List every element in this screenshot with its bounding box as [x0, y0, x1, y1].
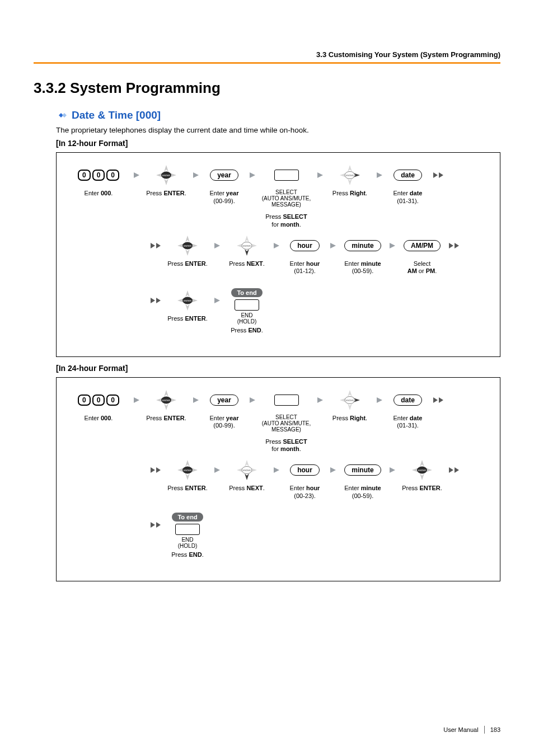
key-0: 0: [78, 170, 91, 181]
field-hour: hour: [290, 464, 320, 476]
caption-press-enter: Press ENTER.: [402, 485, 442, 492]
svg-marker-86: [390, 467, 395, 473]
svg-marker-1: [62, 113, 67, 118]
continue-icon: [444, 458, 463, 482]
caption-press-enter: Press ENTER.: [167, 485, 208, 492]
caption-press-select: Press SELECTfor month.: [265, 213, 307, 229]
svg-marker-10: [250, 172, 255, 178]
field-year: year: [210, 395, 238, 406]
field-ampm: AM/PM: [404, 240, 441, 251]
svg-marker-13: [348, 179, 352, 185]
continue-icon: [146, 288, 165, 313]
select-label: SELECT(AUTO ANS/MUTE,MESSAGE): [262, 189, 311, 208]
running-header: 3.3 Customising Your System (System Prog…: [34, 50, 500, 64]
caption-press-enter: Press ENTER.: [167, 260, 208, 268]
intro-text: The proprietary telephones display the c…: [56, 126, 500, 134]
key-0: 0: [92, 170, 105, 181]
diamond-icon: [56, 111, 68, 120]
field-date: date: [394, 170, 422, 181]
svg-marker-44: [185, 304, 190, 311]
svg-marker-9: [193, 172, 199, 178]
svg-marker-49: [214, 298, 220, 303]
key-0: 0: [106, 395, 119, 406]
svg-marker-71: [185, 460, 190, 467]
continue-icon: [146, 458, 165, 482]
svg-marker-67: [433, 397, 438, 403]
caption-enter-year: Enter year(00-99).: [210, 415, 239, 430]
svg-marker-78: [245, 460, 249, 467]
footer-manual: User Manual: [443, 726, 478, 733]
select-button-icon: [274, 395, 299, 406]
svg-text:ENTER: ENTER: [243, 245, 251, 247]
svg-marker-18: [377, 172, 382, 178]
svg-text:ENTER: ENTER: [184, 245, 191, 247]
svg-marker-57: [193, 397, 199, 403]
caption-press-right: Press Right.: [332, 415, 367, 422]
continue-icon: [146, 233, 165, 258]
svg-marker-40: [455, 243, 459, 248]
caption-press-next: Press NEXT.: [229, 260, 265, 268]
caption-press-enter: Press ENTER.: [146, 190, 186, 198]
svg-marker-88: [420, 473, 424, 480]
svg-marker-94: [455, 467, 459, 473]
right-button-icon: ENTER: [339, 163, 361, 187]
next-button-icon: ENTER: [236, 233, 258, 258]
svg-marker-66: [377, 397, 382, 403]
svg-marker-58: [250, 397, 255, 403]
arrow-icon: [189, 388, 203, 412]
caption-enter-minute: Enter minute(00-59).: [344, 485, 381, 500]
select-button-icon: [274, 170, 299, 181]
caption-press-end: Press END.: [231, 327, 263, 335]
svg-marker-30: [245, 236, 249, 242]
svg-text:ENTER: ENTER: [418, 469, 426, 472]
format-24-label: [In 24-hour Format]: [56, 364, 500, 373]
to-end-pill: To end: [172, 513, 203, 522]
svg-marker-51: [164, 390, 168, 397]
footer-separator: [484, 726, 485, 734]
svg-text:ENTER: ENTER: [184, 299, 191, 302]
arrow-icon: [385, 233, 400, 258]
svg-marker-50: [134, 397, 139, 403]
svg-marker-85: [330, 467, 336, 473]
arrow-icon: [313, 163, 327, 187]
svg-marker-60: [348, 390, 352, 397]
enter-button-icon: ENTER: [176, 233, 199, 258]
end-label: END(HOLD): [237, 312, 256, 325]
svg-marker-21: [151, 243, 155, 248]
select-label: SELECT(AUTO ANS/MUTE,MESSAGE): [262, 414, 311, 433]
end-button-icon: [235, 299, 259, 311]
svg-text:ENTER: ENTER: [162, 174, 170, 177]
footer-page-number: 183: [490, 726, 500, 733]
key-0: 0: [78, 395, 91, 406]
svg-text:ENTER: ENTER: [346, 174, 354, 177]
svg-marker-77: [214, 467, 220, 473]
key-0: 0: [92, 395, 105, 406]
field-minute: minute: [344, 464, 381, 476]
svg-marker-41: [151, 298, 155, 303]
arrow-icon: [313, 388, 327, 412]
svg-marker-11: [317, 172, 323, 178]
end-label: END(HOLD): [178, 537, 197, 549]
arrow-icon: [245, 388, 260, 412]
arrow-icon: [129, 388, 144, 412]
arrow-icon: [385, 458, 400, 482]
svg-marker-38: [390, 243, 395, 248]
arrow-icon: [189, 163, 203, 187]
arrow-icon: [269, 458, 284, 482]
svg-marker-70: [156, 467, 161, 473]
continue-icon: [429, 163, 448, 187]
key-0: 0: [106, 170, 119, 181]
keypad-000: 0 0 0: [78, 170, 119, 181]
svg-marker-84: [274, 467, 279, 473]
enter-button-icon: ENTER: [155, 163, 177, 187]
svg-marker-96: [156, 522, 161, 528]
svg-marker-12: [348, 165, 352, 172]
format-12-label: [In 12-hour Format]: [56, 139, 500, 148]
svg-marker-4: [164, 179, 168, 185]
svg-marker-43: [185, 290, 190, 297]
arrow-icon: [372, 388, 387, 412]
svg-marker-69: [151, 467, 155, 473]
flow-24h: 0 0 0 Enter 000. ENTER: [56, 377, 500, 582]
svg-marker-36: [274, 243, 279, 248]
section-title: 3.3.2 System Programming: [34, 79, 500, 97]
